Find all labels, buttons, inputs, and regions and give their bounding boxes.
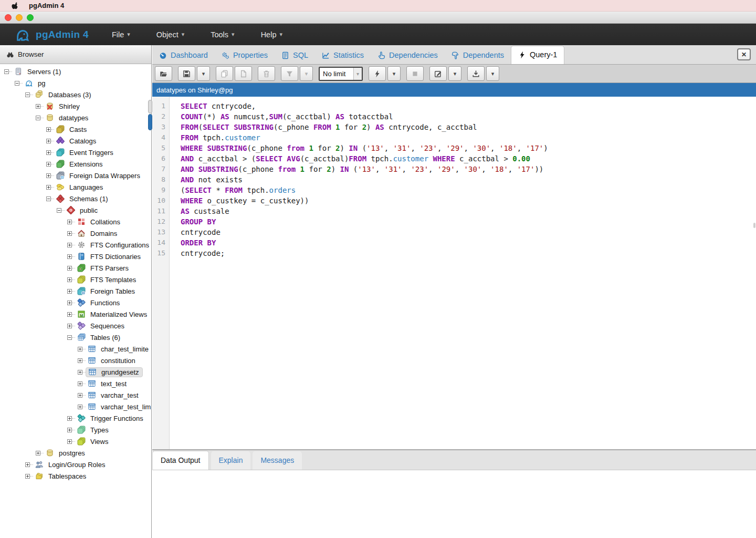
macos-app-name[interactable]: pgAdmin 4: [29, 2, 64, 9]
tree-item-databases-3[interactable]: Databases (3): [0, 89, 151, 100]
tree-item-datatypes[interactable]: datatypes: [0, 112, 151, 123]
zoom-window-button[interactable]: [27, 14, 34, 21]
tree-item-fts-configurations[interactable]: FTS Configurations: [0, 239, 151, 251]
download-button[interactable]: [467, 66, 485, 81]
tree-item-fts-parsers[interactable]: FTS Parsers: [0, 262, 151, 274]
row-limit-select[interactable]: No limit▾: [319, 67, 363, 81]
tree-item-sequences[interactable]: Sequences: [0, 320, 151, 332]
expand-toggle-icon[interactable]: [36, 451, 40, 456]
expand-toggle-icon[interactable]: [67, 324, 72, 328]
collapse-toggle-icon[interactable]: [36, 116, 40, 120]
tree-item-event-triggers[interactable]: Event Triggers: [0, 147, 151, 158]
tree-item-types[interactable]: Types: [0, 424, 151, 436]
tab-statistics[interactable]: Statistics: [315, 47, 371, 64]
expand-toggle-icon[interactable]: [67, 439, 72, 444]
open-file-button[interactable]: [155, 66, 172, 81]
menu-help[interactable]: Help▾: [253, 26, 291, 43]
tree-item-varchar-test-lim[interactable]: varchar_test_lim: [0, 401, 151, 412]
expand-toggle-icon[interactable]: [67, 277, 72, 282]
editor-scrollbar-thumb[interactable]: [753, 223, 755, 228]
tab-sql[interactable]: SQL: [275, 47, 315, 64]
collapse-toggle-icon[interactable]: [4, 69, 9, 74]
sql-editor[interactable]: 123456789101112131415 SELECT cntrycode,C…: [152, 97, 756, 449]
tab-dependencies[interactable]: Dependencies: [371, 47, 445, 64]
tree-item-varchar-test[interactable]: varchar_test: [0, 389, 151, 401]
tree-item-text-test[interactable]: text_test: [0, 378, 151, 389]
expand-toggle-icon[interactable]: [25, 474, 30, 479]
expand-toggle-icon[interactable]: [78, 358, 82, 363]
tree-item-foreign-tables[interactable]: Foreign Tables: [0, 285, 151, 297]
tab-query-1[interactable]: Query-1: [511, 46, 564, 64]
download-menu-button[interactable]: ▾: [486, 66, 499, 81]
expand-toggle-icon[interactable]: [67, 266, 72, 271]
expand-toggle-icon[interactable]: [67, 220, 72, 224]
tree-item-fts-dictionaries[interactable]: FTS Dictionaries: [0, 251, 151, 262]
tree-item-grundgesetz[interactable]: grundgesetz: [0, 366, 151, 378]
menu-tools[interactable]: Tools▾: [202, 26, 243, 43]
expand-toggle-icon[interactable]: [46, 150, 51, 155]
expand-toggle-icon[interactable]: [25, 462, 30, 467]
tab-dependents[interactable]: Dependents: [445, 47, 511, 64]
tree-item-pg[interactable]: pg: [0, 77, 151, 89]
tree-item-constitution[interactable]: constitution: [0, 355, 151, 366]
tree-item-postgres[interactable]: postgres: [0, 447, 151, 459]
splitter-grip[interactable]: [148, 100, 152, 113]
collapse-toggle-icon[interactable]: [57, 208, 61, 213]
tree-item-fts-templates[interactable]: FTS Templates: [0, 274, 151, 285]
tab-dashboard[interactable]: Dashboard: [152, 47, 215, 64]
tree-item-tables-6[interactable]: Tables (6): [0, 332, 151, 343]
expand-toggle-icon[interactable]: [67, 231, 72, 236]
expand-toggle-icon[interactable]: [36, 104, 40, 109]
expand-toggle-icon[interactable]: [46, 173, 51, 178]
expand-toggle-icon[interactable]: [46, 127, 51, 132]
tree-item-casts[interactable]: Casts: [0, 123, 151, 135]
expand-toggle-icon[interactable]: [67, 301, 72, 305]
collapse-toggle-icon[interactable]: [25, 92, 30, 97]
collapse-toggle-icon[interactable]: [15, 81, 19, 86]
expand-toggle-icon[interactable]: [46, 185, 51, 190]
execute-menu-button[interactable]: ▾: [387, 66, 401, 81]
editor-code-area[interactable]: SELECT cntrycode,COUNT(*) AS numcust,SUM…: [170, 97, 756, 449]
edit-button[interactable]: [429, 66, 447, 81]
collapse-toggle-icon[interactable]: [46, 196, 51, 201]
expand-toggle-icon[interactable]: [67, 243, 72, 247]
tree-item-extensions[interactable]: Extensions: [0, 158, 151, 170]
expand-toggle-icon[interactable]: [78, 393, 82, 398]
expand-toggle-icon[interactable]: [67, 289, 72, 294]
tab-properties[interactable]: Properties: [215, 47, 275, 64]
execute-button[interactable]: [369, 66, 386, 81]
expand-toggle-icon[interactable]: [78, 347, 82, 351]
close-tab-button[interactable]: ✕: [737, 48, 751, 60]
save-menu-button[interactable]: ▾: [197, 66, 210, 81]
edit-menu-button[interactable]: ▾: [448, 66, 461, 81]
tree-item-shirley[interactable]: Shirley: [0, 100, 151, 112]
expand-toggle-icon[interactable]: [67, 428, 72, 432]
tree-item-login-group-roles[interactable]: Login/Group Roles: [0, 459, 151, 470]
tree-item-char-test-limite[interactable]: char_test_limite: [0, 343, 151, 355]
save-button[interactable]: [178, 66, 195, 81]
tree-item-languages[interactable]: Languages: [0, 181, 151, 193]
tab-messages[interactable]: Messages: [253, 451, 302, 470]
tab-data-output[interactable]: Data Output: [152, 451, 209, 470]
tree-item-functions[interactable]: Functions: [0, 297, 151, 308]
expand-toggle-icon[interactable]: [78, 381, 82, 386]
expand-toggle-icon[interactable]: [78, 405, 82, 409]
expand-toggle-icon[interactable]: [67, 254, 72, 259]
tree-item-views[interactable]: Views: [0, 436, 151, 447]
menu-file[interactable]: File▾: [103, 26, 139, 43]
tree-item-domains[interactable]: Domains: [0, 227, 151, 239]
expand-toggle-icon[interactable]: [67, 416, 72, 421]
tree-item-foreign-data-wrappers[interactable]: Foreign Data Wrappers: [0, 170, 151, 181]
expand-toggle-icon[interactable]: [46, 139, 51, 143]
expand-toggle-icon[interactable]: [67, 312, 72, 317]
tree-item-catalogs[interactable]: Catalogs: [0, 135, 151, 147]
expand-toggle-icon[interactable]: [46, 162, 51, 167]
expand-toggle-icon[interactable]: [78, 370, 82, 375]
collapse-toggle-icon[interactable]: [67, 335, 72, 340]
menu-object[interactable]: Object▾: [148, 26, 193, 43]
tree-item-trigger-functions[interactable]: Trigger Functions: [0, 412, 151, 424]
tree-item-schemas-1[interactable]: Schemas (1): [0, 193, 151, 204]
tree-item-collations[interactable]: Collations: [0, 216, 151, 227]
apple-menu-icon[interactable]: [12, 2, 19, 9]
tree-item-tablespaces[interactable]: Tablespaces: [0, 470, 151, 482]
